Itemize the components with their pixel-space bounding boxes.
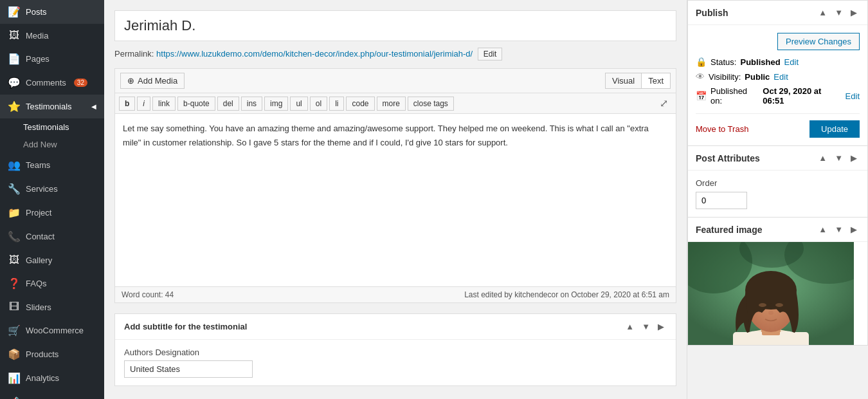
sidebar-item-sliders[interactable]: 🎞 Sliders [0, 295, 104, 319]
publish-box-controls: ▲ ▼ ▶ [816, 6, 860, 19]
code-button[interactable]: code [346, 97, 374, 111]
subtitle-panel-header: Add subtitle for the testimonial ▲ ▼ ▶ [115, 314, 676, 340]
ul-button[interactable]: ul [290, 97, 307, 111]
update-button[interactable]: Update [809, 120, 860, 138]
sidebar-item-project[interactable]: 📁 Project [0, 201, 104, 225]
subtitle-panel: Add subtitle for the testimonial ▲ ▼ ▶ A… [114, 313, 676, 386]
bold-button[interactable]: b [119, 97, 135, 111]
sidebar-item-posts[interactable]: 📝 Posts [0, 0, 104, 24]
main-content: Permalink: https://www.luzukdemo.com/dem… [104, 0, 868, 399]
post-attr-expand[interactable]: ▶ [848, 152, 860, 164]
published-label: Published on: [710, 86, 759, 106]
img-button[interactable]: img [264, 97, 288, 111]
editor-content[interactable]: Let me say something. You have an amazin… [114, 113, 676, 287]
feat-img-collapse-up[interactable]: ▲ [816, 223, 829, 236]
sidebar-item-contact[interactable]: 📞 Contact [0, 225, 104, 248]
add-media-icon: ⊕ [127, 76, 134, 86]
permalink-edit-button[interactable]: Edit [478, 48, 503, 60]
publish-box: Publish ▲ ▼ ▶ Preview Changes 🔒 Status: … [687, 0, 868, 146]
feat-img-expand[interactable]: ▶ [848, 223, 860, 236]
sidebar-sub-testimonials[interactable]: Testimonials [0, 118, 104, 136]
published-on-row: 📅 Published on: Oct 29, 2020 at 06:51 Ed… [696, 86, 860, 106]
preview-changes-button[interactable]: Preview Changes [777, 33, 860, 50]
sidebar-item-marketing[interactable]: 📣 Marketing [0, 390, 104, 399]
sidebar-item-comments[interactable]: 💬 Comments 32 [0, 71, 104, 95]
more-button[interactable]: more [377, 97, 406, 111]
content-area: Permalink: https://www.luzukdemo.com/dem… [104, 0, 868, 399]
link-button[interactable]: link [152, 97, 176, 111]
authors-designation-input[interactable] [124, 360, 253, 378]
gallery-icon: 🖼 [8, 254, 21, 266]
calendar-icon: 📅 [696, 91, 707, 101]
visual-tab[interactable]: Visual [605, 73, 641, 89]
order-input[interactable] [696, 192, 747, 209]
close-tags-button[interactable]: close tags [408, 97, 454, 111]
order-label: Order [696, 178, 860, 188]
subtitle-panel-controls: ▲ ▼ ▶ [623, 320, 667, 333]
sidebar-item-services[interactable]: 🔧 Services [0, 177, 104, 201]
text-tab[interactable]: Text [641, 73, 671, 89]
featured-image-body [688, 242, 867, 345]
faqs-icon: ❓ [8, 277, 21, 290]
post-attributes-controls: ▲ ▼ ▶ [816, 152, 860, 164]
post-attr-collapse-up[interactable]: ▲ [816, 152, 829, 164]
status-edit-link[interactable]: Edit [784, 57, 799, 67]
publish-expand[interactable]: ▶ [848, 6, 860, 19]
sidebar-item-woocommerce[interactable]: 🛒 WooCommerce [0, 319, 104, 342]
li-button[interactable]: li [329, 97, 344, 111]
editor-footer: Word count: 44 Last edited by kitchendec… [114, 287, 676, 303]
featured-image-title: Featured image [696, 225, 762, 235]
services-icon: 🔧 [8, 183, 21, 195]
published-value: Oct 29, 2020 at 06:51 [763, 86, 841, 106]
status-value: Published [740, 57, 780, 67]
visibility-icon: 👁 [696, 71, 705, 82]
subtitle-collapse-down-button[interactable]: ▼ [639, 320, 653, 333]
subtitle-expand-button[interactable]: ▶ [655, 320, 667, 333]
posts-icon: 📝 [8, 6, 21, 18]
authors-designation-label: Authors Designation [124, 348, 667, 357]
status-row: 🔒 Status: Published Edit [696, 57, 860, 67]
publish-collapse-down[interactable]: ▼ [832, 6, 845, 19]
sidebar-item-media[interactable]: 🖼 Media [0, 24, 104, 47]
visibility-edit-link[interactable]: Edit [773, 72, 788, 82]
permalink-row: Permalink: https://www.luzukdemo.com/dem… [114, 48, 676, 60]
woocommerce-icon: 🛒 [8, 324, 21, 337]
permalink-url[interactable]: https://www.luzukdemo.com/demo/kitchen-d… [156, 49, 473, 59]
featured-image-controls: ▲ ▼ ▶ [816, 223, 860, 236]
visibility-label: Visibility: [709, 72, 741, 82]
post-attr-collapse-down[interactable]: ▼ [832, 152, 845, 164]
sidebar-item-analytics[interactable]: 📊 Analytics [0, 366, 104, 390]
contact-icon: 📞 [8, 230, 21, 243]
editor-area: Permalink: https://www.luzukdemo.com/dem… [104, 0, 687, 399]
sidebar-item-testimonials[interactable]: ⭐ Testimonials ◀ [0, 95, 104, 118]
featured-image-box: Featured image ▲ ▼ ▶ [687, 218, 868, 346]
products-icon: 📦 [8, 348, 21, 360]
sidebar-arrow: ◀ [91, 103, 96, 110]
published-edit-link[interactable]: Edit [845, 91, 860, 101]
sidebar-sub-add-new[interactable]: Add New [0, 136, 104, 153]
ol-button[interactable]: ol [310, 97, 327, 111]
publish-box-title: Publish [696, 8, 728, 18]
subtitle-collapse-up-button[interactable]: ▲ [623, 320, 637, 333]
feat-img-collapse-down[interactable]: ▼ [832, 223, 845, 236]
publish-collapse-up[interactable]: ▲ [816, 6, 829, 19]
post-title-input[interactable] [114, 10, 676, 41]
teams-icon: 👥 [8, 159, 21, 171]
sidebar-item-teams[interactable]: 👥 Teams [0, 153, 104, 177]
last-edited: Last edited by kitchendecor on October 2… [464, 290, 669, 299]
project-icon: 📁 [8, 207, 21, 219]
visibility-row: 👁 Visibility: Public Edit [696, 71, 860, 82]
add-media-button[interactable]: ⊕ Add Media [120, 73, 185, 89]
del-button[interactable]: del [217, 97, 239, 111]
editor-toolbar: ⊕ Add Media Visual Text [114, 68, 676, 93]
ins-button[interactable]: ins [241, 97, 262, 111]
move-to-trash-link[interactable]: Move to Trash [696, 124, 748, 134]
sidebar-item-faqs[interactable]: ❓ FAQs [0, 272, 104, 295]
italic-button[interactable]: i [137, 97, 150, 111]
sidebar-item-pages[interactable]: 📄 Pages [0, 47, 104, 71]
sidebar-item-gallery[interactable]: 🖼 Gallery [0, 248, 104, 272]
bquote-button[interactable]: b-quote [177, 97, 215, 111]
expand-editor-button[interactable]: ⤢ [656, 96, 672, 111]
sidebar-item-products[interactable]: 📦 Products [0, 342, 104, 366]
featured-image-preview[interactable] [688, 242, 854, 345]
